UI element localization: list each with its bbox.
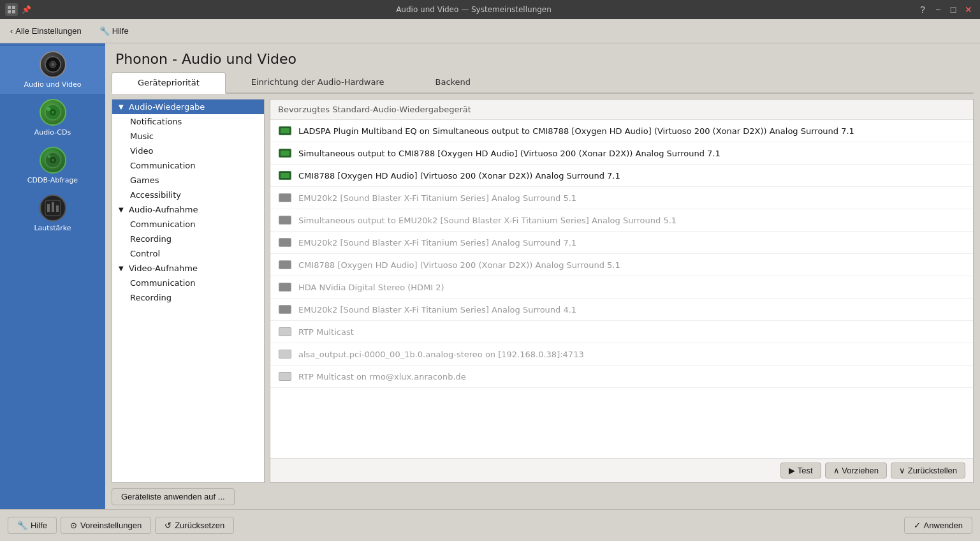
tree-item-notifications[interactable]: Notifications — [112, 114, 264, 129]
device-item-2[interactable]: Simultaneous output to CMI8788 [Oxygen H… — [270, 142, 973, 165]
hilfe-bottom-label: Hilfe — [31, 521, 47, 530]
pin-icon: 📌 — [22, 5, 31, 14]
maximize-button[interactable]: □ — [947, 3, 960, 16]
geraete-row: Geräteliste anwenden auf ... — [105, 488, 980, 509]
tree-item-control[interactable]: Control — [112, 246, 264, 261]
tree-item-communication3-label: Communication — [130, 278, 195, 288]
tree-item-audio-wiedergabe[interactable]: ▼ Audio-Wiedergabe — [112, 100, 264, 114]
geraete-liste-button[interactable]: Geräteliste anwenden auf ... — [112, 488, 235, 505]
device-icon-8 — [278, 280, 292, 294]
tree-item-music[interactable]: Music — [112, 129, 264, 144]
bottom-left: 🔧 Hilfe ⊙ Voreinstellungen ↺ Zurücksetze… — [8, 517, 234, 534]
voreinstellungen-icon: ⊙ — [70, 521, 77, 530]
tree-item-communication3[interactable]: Communication — [112, 276, 264, 290]
svg-rect-2 — [8, 10, 11, 13]
help-titlebar-button[interactable]: ? — [916, 3, 929, 16]
device-icon-4 — [278, 191, 292, 205]
device-item-3[interactable]: CMI8788 [Oxygen HD Audio] (Virtuoso 200 … — [270, 165, 973, 187]
device-panel: Bevorzugtes Standard-Audio-Wiedergabeger… — [270, 99, 974, 483]
sidebar-item-audio-video[interactable]: Audio und Video — [0, 46, 105, 94]
audio-cds-icon — [40, 99, 66, 126]
device-label-1: LADSPA Plugin Multiband EQ on Simultaneo… — [298, 126, 854, 136]
vorziehen-button[interactable]: ∧ Vorziehen — [825, 463, 887, 478]
device-label-9: EMU20k2 [Sound Blaster X-Fi Titanium Ser… — [298, 305, 576, 315]
tab-geraet[interactable]: Gerätepriorität — [112, 72, 226, 94]
tree-item-audio-aufnahme[interactable]: ▼ Audio-Aufnahme — [112, 202, 264, 217]
svg-point-10 — [47, 107, 50, 111]
test-button[interactable]: ▶ Test — [780, 463, 821, 478]
tree-item-communication1-label: Communication — [130, 161, 195, 170]
tree-item-recording2[interactable]: Recording — [112, 290, 264, 305]
svg-point-6 — [52, 63, 54, 66]
window-title: Audio und Video — Systemeinstellungen — [31, 5, 916, 14]
cddb-icon — [40, 147, 66, 174]
device-item-12[interactable]: RTP Multicast on rmo@xlux.anraconb.de — [270, 366, 973, 388]
zuruecksetzen-icon: ↺ — [165, 521, 172, 530]
device-item-1[interactable]: LADSPA Plugin Multiband EQ on Simultaneo… — [270, 120, 973, 142]
anwenden-icon: ✓ — [914, 521, 921, 530]
voreinstellungen-button[interactable]: ⊙ Voreinstellungen — [61, 517, 151, 534]
device-item-11[interactable]: alsa_output.pci-0000_00_1b.0.analog-ster… — [270, 343, 973, 366]
tree-panel: ▼ Audio-Wiedergabe Notifications Music V… — [112, 99, 265, 483]
device-label-6: EMU20k2 [Sound Blaster X-Fi Titanium Ser… — [298, 238, 576, 248]
tree-item-video-aufnahme[interactable]: ▼ Video-Aufnahme — [112, 261, 264, 276]
sidebar-item-audio-cds[interactable]: Audio-CDs — [0, 94, 105, 142]
device-icon-12 — [278, 369, 292, 383]
hilfe-bottom-button[interactable]: 🔧 Hilfe — [8, 517, 57, 534]
sidebar-item-lautstarke-label: Lautstärke — [34, 224, 71, 232]
device-label-2: Simultaneous output to CMI8788 [Oxygen H… — [298, 149, 720, 158]
device-item-4[interactable]: EMU20k2 [Sound Blaster X-Fi Titanium Ser… — [270, 187, 973, 209]
app-icon — [5, 3, 18, 16]
tree-item-recording1[interactable]: Recording — [112, 232, 264, 246]
tree-item-games[interactable]: Games — [112, 173, 264, 188]
main-content: Audio und Video Audio-CDs — [0, 43, 980, 509]
svg-point-13 — [52, 159, 54, 161]
device-list: LADSPA Plugin Multiband EQ on Simultaneo… — [270, 120, 973, 458]
device-item-5[interactable]: Simultaneous output to EMU20k2 [Sound Bl… — [270, 209, 973, 232]
tree-item-video-aufnahme-label: Video-Aufnahme — [129, 263, 198, 273]
expand-icon-audio-wiedergabe: ▼ — [119, 103, 126, 110]
help-icon: 🔧 — [99, 26, 110, 36]
device-label-11: alsa_output.pci-0000_00_1b.0.analog-ster… — [298, 350, 584, 359]
svg-rect-3 — [12, 10, 15, 13]
anwenden-button[interactable]: ✓ Anwenden — [904, 517, 972, 534]
page-title: Phonon - Audio und Video — [105, 43, 980, 72]
tab-backend[interactable]: Backend — [410, 72, 497, 94]
device-icon-5 — [278, 213, 292, 227]
device-label-4: EMU20k2 [Sound Blaster X-Fi Titanium Ser… — [298, 193, 576, 203]
sidebar-item-cddb[interactable]: CDDB-Abfrage — [0, 142, 105, 189]
sidebar-item-lautstarke[interactable]: Lautstärke — [0, 189, 105, 237]
zurueckstellen-button[interactable]: ∨ Zurückstellen — [891, 463, 965, 478]
close-button[interactable]: ✕ — [962, 3, 975, 16]
tree-item-accessibility[interactable]: Accessibility — [112, 188, 264, 202]
tree-item-accessibility-label: Accessibility — [130, 190, 181, 200]
back-button[interactable]: ‹ Alle Einstellungen — [6, 24, 85, 38]
device-item-10[interactable]: RTP Multicast — [270, 321, 973, 343]
device-icon-3 — [278, 168, 292, 182]
back-label: Alle Einstellungen — [15, 26, 81, 36]
tree-item-recording2-label: Recording — [130, 293, 172, 302]
tree-item-notifications-label: Notifications — [130, 117, 182, 126]
tree-item-communication1[interactable]: Communication — [112, 158, 264, 173]
expand-icon-audio-aufnahme: ▼ — [119, 206, 126, 213]
bottom-right: ✓ Anwenden — [904, 517, 972, 534]
device-icon-6 — [278, 235, 292, 249]
tree-item-video[interactable]: Video — [112, 144, 264, 158]
zuruecksetzen-button[interactable]: ↺ Zurücksetzen — [155, 517, 234, 534]
device-item-9[interactable]: EMU20k2 [Sound Blaster X-Fi Titanium Ser… — [270, 299, 973, 321]
help-button[interactable]: 🔧 Hilfe — [96, 24, 133, 38]
device-item-6[interactable]: EMU20k2 [Sound Blaster X-Fi Titanium Ser… — [270, 232, 973, 254]
device-item-7[interactable]: CMI8788 [Oxygen HD Audio] (Virtuoso 200 … — [270, 254, 973, 276]
titlebar: 📌 Audio und Video — Systemeinstellungen … — [0, 0, 980, 19]
tab-einrichtung[interactable]: Einrichtung der Audio-Hardware — [226, 72, 410, 94]
sidebar-item-audio-cds-label: Audio-CDs — [34, 128, 71, 137]
tree-item-control-label: Control — [130, 249, 160, 258]
tabs-bar: Gerätepriorität Einrichtung der Audio-Ha… — [112, 72, 974, 94]
device-icon-9 — [278, 302, 292, 316]
device-item-8[interactable]: HDA NVidia Digital Stereo (HDMI 2) — [270, 276, 973, 299]
svg-rect-0 — [8, 6, 11, 9]
back-icon: ‹ — [10, 26, 13, 36]
minimize-button[interactable]: − — [932, 3, 944, 16]
tree-item-communication2[interactable]: Communication — [112, 217, 264, 232]
device-label-10: RTP Multicast — [298, 327, 354, 337]
